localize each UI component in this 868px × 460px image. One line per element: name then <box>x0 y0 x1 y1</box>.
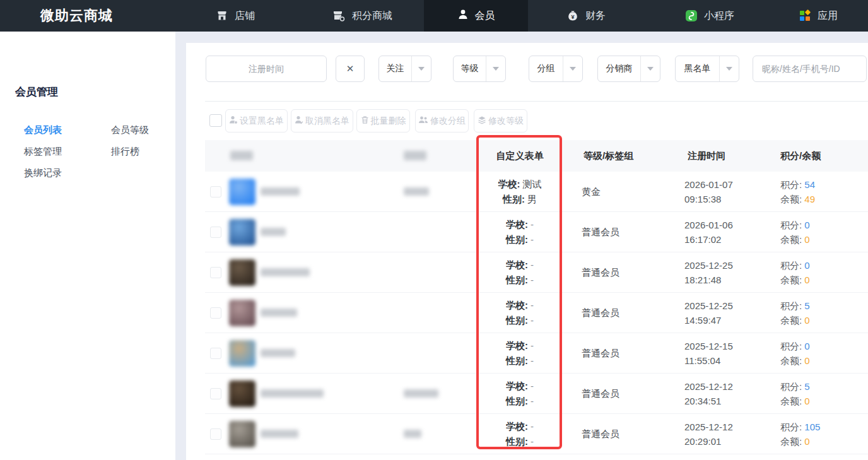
nav-item-store[interactable]: 店铺 <box>216 0 255 32</box>
registration-time-cell: 2026-01-0709:15:38 <box>684 177 766 206</box>
group-icon <box>418 115 428 126</box>
points-mall-icon <box>332 9 346 22</box>
points-balance-cell: 积分: 5余额: 0 <box>780 298 862 327</box>
points-balance-cell: 积分: 0余额: 0 <box>780 258 862 287</box>
sidebar-item-rebind-records[interactable]: 换绑记录 <box>24 167 62 179</box>
blurred-remark <box>404 187 429 196</box>
blurred-username <box>261 349 295 357</box>
modify-group-button[interactable]: 修改分组 <box>415 109 469 133</box>
nav-item-points-mall[interactable]: 积分商城 <box>332 0 392 32</box>
distributor-filter-dropdown[interactable]: 分销商 <box>597 56 660 82</box>
dropdown-label: 分销商 <box>598 56 641 81</box>
row-checkbox[interactable] <box>210 348 221 359</box>
row-checkbox[interactable] <box>210 227 221 238</box>
nav-item-members-active[interactable]: 会员 <box>424 0 528 32</box>
nav-item-miniprogram[interactable]: 小程序 <box>685 0 734 32</box>
table-row: 学校: -性别: -普通会员2025-12-2514:59:47积分: 5余额:… <box>205 293 868 333</box>
search-input[interactable] <box>753 56 867 82</box>
blurred-remark <box>404 389 438 398</box>
button-label: 设置黑名单 <box>240 115 284 127</box>
custom-form-cell: 学校: -性别: - <box>478 419 562 449</box>
dropdown-label: 黑名单 <box>676 56 720 81</box>
level-filter-dropdown[interactable]: 等级 <box>453 56 506 82</box>
user-avatar <box>229 340 255 367</box>
chevron-down-icon[interactable] <box>412 56 431 81</box>
blacklist-filter-dropdown[interactable]: 黑名单 <box>675 56 739 82</box>
select-all-checkbox[interactable] <box>209 114 222 127</box>
blurred-username <box>261 309 297 317</box>
set-blacklist-button[interactable]: 设置黑名单 <box>225 109 288 133</box>
dropdown-label: 分组 <box>529 56 563 81</box>
row-checkbox[interactable] <box>210 267 221 278</box>
registration-time-input[interactable] <box>206 56 327 82</box>
table-header: 自定义表单 等级/标签组 注册时间 积分/余额 <box>205 140 868 172</box>
table-row: 学校: -性别: -普通会员2025-12-2518:21:48积分: 0余额:… <box>205 252 868 293</box>
store-icon <box>216 9 228 22</box>
column-header-reg-time: 注册时间 <box>688 140 725 172</box>
blurred-username <box>261 268 310 276</box>
member-icon <box>457 9 469 23</box>
modify-level-button[interactable]: 修改等级 <box>474 109 527 133</box>
dropdown-label: 关注 <box>379 56 412 81</box>
sidebar-item-member-level[interactable]: 会员等级 <box>111 124 149 136</box>
finance-icon: ¥ <box>566 9 579 22</box>
svg-text:¥: ¥ <box>571 14 574 20</box>
table-row: 学校: -性别: -普通会员2025-12-1511:55:04积分: 0余额:… <box>205 333 868 374</box>
sidebar-item-ranking[interactable]: 排行榜 <box>111 146 139 158</box>
user-avatar <box>229 179 255 205</box>
blurred-username <box>261 228 286 236</box>
follow-filter-dropdown[interactable]: 关注 <box>378 56 431 82</box>
blurred-username <box>261 187 300 196</box>
points-balance-cell: 积分: 0余额: 0 <box>780 339 862 368</box>
nav-item-apps[interactable]: 应用 <box>799 0 838 32</box>
blurred-username <box>261 389 324 398</box>
custom-form-cell: 学校: -性别: - <box>478 217 562 247</box>
registration-time-cell: 2025-12-1220:29:01 <box>684 420 766 449</box>
custom-form-cell: 学校: -性别: - <box>478 379 562 409</box>
nav-label: 应用 <box>818 9 838 23</box>
level-cell: 普通会员 <box>582 252 664 293</box>
clear-filter-button[interactable]: ✕ <box>336 56 365 82</box>
sidebar-item-tag-management[interactable]: 标签管理 <box>24 146 62 158</box>
button-label: 修改分组 <box>430 115 466 127</box>
row-checkbox[interactable] <box>210 307 221 319</box>
row-checkbox[interactable] <box>210 186 221 198</box>
blurred-username <box>261 430 298 438</box>
level-cell: 普通会员 <box>582 414 664 454</box>
table-row: 学校: -性别: -普通会员2025-12-1220:34:51积分: 5余额:… <box>205 374 868 414</box>
custom-form-cell: 学校: -性别: - <box>478 338 562 369</box>
person-block-icon <box>229 115 238 126</box>
column-header-level: 等级/标签组 <box>584 140 633 172</box>
nav-label: 小程序 <box>704 9 734 23</box>
chevron-down-icon[interactable] <box>641 56 660 81</box>
miniprogram-icon <box>685 9 698 22</box>
row-checkbox[interactable] <box>210 428 221 440</box>
sidebar-heading: 会员管理 <box>15 85 58 99</box>
chevron-down-icon[interactable] <box>486 56 505 81</box>
level-cell: 普通会员 <box>582 293 664 333</box>
group-filter-dropdown[interactable]: 分组 <box>529 56 583 82</box>
section-divider <box>205 101 868 102</box>
points-balance-cell: 积分: 5余额: 0 <box>780 379 862 408</box>
blurred-remark <box>404 430 421 438</box>
chevron-down-icon[interactable] <box>720 56 739 81</box>
nav-item-finance[interactable]: ¥ 财务 <box>566 0 606 32</box>
points-balance-cell: 积分: 0余额: 0 <box>780 218 862 247</box>
blurred-column-header <box>404 151 426 160</box>
dropdown-label: 等级 <box>454 56 486 81</box>
chevron-down-icon[interactable] <box>563 56 582 81</box>
cancel-blacklist-button[interactable]: 取消黑名单 <box>291 109 353 133</box>
row-checkbox[interactable] <box>210 388 221 399</box>
sidebar-item-member-list[interactable]: 会员列表 <box>24 124 62 136</box>
level-cell: 黄金 <box>582 172 664 212</box>
registration-time-cell: 2025-12-1220:34:51 <box>684 379 766 408</box>
custom-form-cell: 学校: -性别: - <box>478 257 562 288</box>
column-header-custom-form: 自定义表单 <box>478 140 562 172</box>
apps-icon <box>799 9 811 22</box>
points-balance-cell: 积分: 54余额: 49 <box>780 177 862 206</box>
level-cell: 普通会员 <box>582 212 664 252</box>
levels-icon <box>478 115 486 126</box>
button-label: 批量删除 <box>371 115 406 127</box>
nav-label: 财务 <box>585 9 606 23</box>
batch-delete-button[interactable]: 批量删除 <box>356 109 410 133</box>
